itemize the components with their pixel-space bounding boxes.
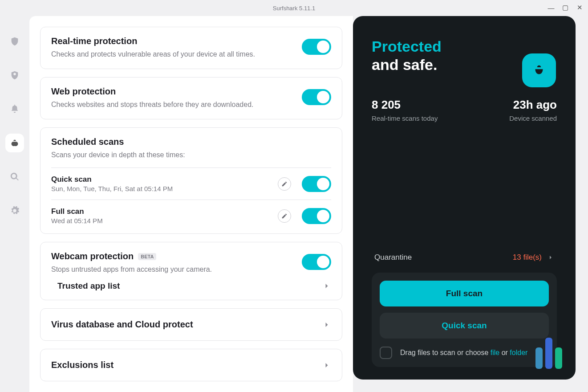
full-scan-toggle[interactable] xyxy=(302,208,331,224)
window-title: Surfshark 5.11.1 xyxy=(273,5,315,12)
quick-scan-edit-button[interactable] xyxy=(278,177,291,191)
full-scan-edit-button[interactable] xyxy=(278,209,291,223)
quarantine-label: Quarantine xyxy=(374,253,412,262)
full-scan-time: Wed at 05:14 PM xyxy=(51,217,278,225)
card-web-protection: Web protection Checks websites and stops… xyxy=(40,77,342,119)
quarantine-count: 13 file(s) xyxy=(513,253,542,262)
pencil-icon xyxy=(281,181,288,187)
quarantine-row[interactable]: Quarantine 13 file(s) xyxy=(372,247,557,268)
card-scheduled-scans: Scheduled scans Scans your device in dep… xyxy=(40,127,342,234)
webcam-desc: Stops untrusted apps from accessing your… xyxy=(51,264,293,275)
trusted-app-list-label: Trusted app list xyxy=(57,281,120,291)
device-scanned-value: 23h ago xyxy=(509,98,557,112)
shield-icon xyxy=(10,37,20,46)
drop-target-icon xyxy=(380,347,392,359)
drop-prefix: Drag files to scan or choose xyxy=(400,349,491,356)
sidebar xyxy=(0,16,29,392)
quick-scan-toggle[interactable] xyxy=(302,176,331,192)
webcam-toggle[interactable] xyxy=(302,254,331,270)
close-button[interactable]: ✕ xyxy=(576,4,584,12)
quick-scan-time: Sun, Mon, Tue, Thu, Fri, Sat at 05:14 PM xyxy=(51,185,278,192)
web-desc: Checks websites and stops threats before… xyxy=(51,99,293,110)
exclusions-title: Exclusions list xyxy=(51,360,114,370)
scans-today-value: 8 205 xyxy=(372,98,438,112)
nav-antivirus[interactable] xyxy=(5,134,24,152)
status-line2: and safe. xyxy=(372,56,557,74)
webcam-title: Webcam protection BETA xyxy=(51,251,293,261)
beta-badge: BETA xyxy=(138,253,156,260)
chevron-right-icon xyxy=(322,361,331,370)
status-line1: Protected xyxy=(372,37,557,56)
pencil-icon xyxy=(281,213,288,219)
realtime-title: Real-time protection xyxy=(51,36,293,46)
settings-list[interactable]: Real-time protection Checks and protects… xyxy=(29,16,353,392)
scheduled-title: Scheduled scans xyxy=(51,137,322,147)
device-scanned-label: Device scanned xyxy=(509,114,557,122)
status-title: Protected and safe. xyxy=(372,37,557,74)
choose-folder-link[interactable]: folder xyxy=(510,349,527,356)
trusted-app-list-link[interactable]: Trusted app list xyxy=(51,275,331,291)
card-virus-database[interactable]: Virus database and Cloud protect xyxy=(40,308,342,341)
gear-icon xyxy=(10,206,20,216)
nav-settings[interactable] xyxy=(5,201,24,220)
status-panel-wrap: Protected and safe. 8 205 Real-time scan… xyxy=(353,16,588,392)
webcam-title-text: Webcam protection xyxy=(51,251,134,261)
nav-vpn[interactable] xyxy=(5,32,24,51)
realtime-toggle[interactable] xyxy=(302,39,331,55)
drop-text: Drag files to scan or choose file or fol… xyxy=(400,349,527,357)
card-exclusions[interactable]: Exclusions list xyxy=(40,349,342,381)
virus-db-title: Virus database and Cloud protect xyxy=(51,319,193,330)
status-panel: Protected and safe. 8 205 Real-time scan… xyxy=(353,16,576,380)
full-scan-name: Full scan xyxy=(51,207,278,216)
card-realtime-protection: Real-time protection Checks and protects… xyxy=(40,27,342,69)
alert-icon xyxy=(10,104,20,114)
chevron-right-icon xyxy=(322,282,331,290)
window-controls: — ▢ ✕ xyxy=(547,4,584,12)
drop-or: or xyxy=(499,349,510,356)
realtime-desc: Checks and protects vulnerable areas of … xyxy=(51,49,293,60)
bug-icon xyxy=(10,138,20,148)
web-toggle[interactable] xyxy=(302,89,331,105)
card-webcam-protection: Webcam protection BETA Stops untrusted a… xyxy=(40,242,342,300)
drag-drop-row[interactable]: Drag files to scan or choose file or fol… xyxy=(380,347,549,359)
nav-alert[interactable] xyxy=(5,100,24,118)
stats-row: 8 205 Real-time scans today 23h ago Devi… xyxy=(372,98,557,122)
maximize-button[interactable]: ▢ xyxy=(561,4,569,12)
scheduled-full-row: Full scan Wed at 05:14 PM xyxy=(51,200,331,225)
title-bar: Surfshark 5.11.1 — ▢ ✕ xyxy=(0,0,588,16)
full-scan-button[interactable]: Full scan xyxy=(380,281,549,306)
chevron-right-icon xyxy=(547,254,554,261)
scheduled-desc: Scans your device in depth at these time… xyxy=(51,150,322,160)
quick-scan-name: Quick scan xyxy=(51,175,278,184)
user-shield-icon xyxy=(10,70,20,80)
scans-today-label: Real-time scans today xyxy=(372,114,438,122)
scan-actions: Full scan Quick scan Drag files to scan … xyxy=(372,273,557,367)
decorative-bars xyxy=(535,338,562,369)
minimize-button[interactable]: — xyxy=(547,4,555,12)
choose-file-link[interactable]: file xyxy=(491,349,499,356)
nav-identity[interactable] xyxy=(5,66,24,85)
chevron-right-icon xyxy=(322,320,331,329)
search-icon xyxy=(10,172,20,182)
scheduled-quick-row: Quick scan Sun, Mon, Tue, Thu, Fri, Sat … xyxy=(51,167,331,192)
web-title: Web protection xyxy=(51,86,293,97)
nav-search[interactable] xyxy=(5,167,24,186)
quick-scan-button[interactable]: Quick scan xyxy=(380,313,549,339)
